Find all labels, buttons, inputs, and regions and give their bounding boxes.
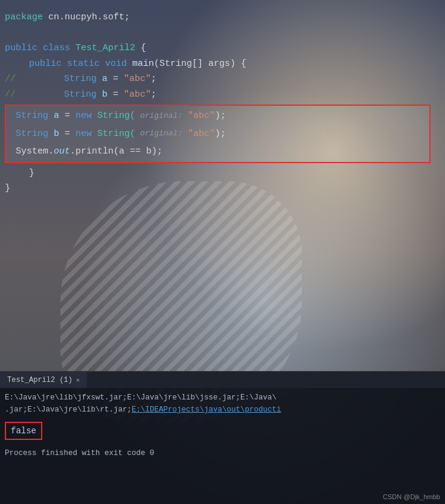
- box-str-a: "abc": [182, 108, 215, 124]
- box-var-a: a: [54, 108, 59, 124]
- box-hint-a: original:: [135, 109, 182, 123]
- eq-b: =: [107, 87, 124, 103]
- code-line-comment-b: // String b = "abc";: [5, 87, 440, 103]
- code-line-comment-a: // String a = "abc";: [5, 71, 440, 87]
- keyword-package: package: [5, 10, 48, 25]
- comment-slash-a: //: [5, 71, 16, 87]
- kw-string-a: String: [64, 71, 102, 87]
- str-abc-a: "abc": [124, 71, 151, 87]
- code-line-blank: [5, 25, 440, 41]
- inner-close-brace: }: [29, 166, 34, 181]
- code-line-class: public class Test_April2 {: [5, 40, 440, 56]
- kw-void: void: [105, 56, 132, 72]
- semi-b: ;: [151, 87, 156, 103]
- package-name: cn.nucpyh.soft;: [48, 10, 130, 25]
- box-eq-a: =: [59, 108, 75, 124]
- box-eq-b: =: [59, 126, 75, 142]
- box-kw-new-b: new: [75, 126, 97, 142]
- kw-string-b: String: [64, 87, 102, 103]
- box-kw-string-b: String: [16, 126, 54, 142]
- method-main: main: [132, 56, 154, 72]
- main-params: (String[] args) {: [154, 56, 246, 72]
- box-end-b: );: [215, 126, 226, 142]
- box-hint-b: original:: [135, 127, 182, 140]
- console-panel: Test_April2 (1) ✕ E:\Java\jre\lib\jfxswt…: [0, 371, 445, 504]
- var-a-commented: a: [102, 71, 107, 87]
- false-output-box: false: [5, 422, 42, 440]
- console-tab-bar: Test_April2 (1) ✕: [0, 371, 445, 388]
- eq-a: =: [107, 71, 124, 87]
- process-text: Process: [5, 449, 41, 457]
- kw-static: static: [67, 56, 105, 72]
- code-close-outer: }: [5, 181, 440, 196]
- process-rest: with exit code 0: [77, 449, 155, 457]
- kw-class: class: [43, 40, 75, 56]
- watermark: CSDN @Djk_hmbb: [383, 493, 440, 500]
- var-b-commented: b: [102, 87, 107, 103]
- box-var-b: b: [54, 126, 59, 142]
- highlighted-code-block: String a = new String( original: "abc");…: [5, 105, 431, 163]
- box-line-println: System.out.println(a == b);: [16, 144, 424, 160]
- path-text-2: .jar;E:\Java\jre\lib\rt.jar;: [5, 405, 132, 414]
- path-link[interactable]: E:\IDEAProjects\java\out\producti: [132, 405, 281, 414]
- outer-close-brace: }: [5, 181, 10, 196]
- tab-label: Test_April2 (1): [7, 376, 72, 384]
- console-path-line2: .jar;E:\Java\jre\lib\rt.jar;E:\IDEAProje…: [5, 404, 440, 416]
- finished-word: finished: [41, 449, 77, 457]
- box-class-a: String(: [97, 108, 135, 124]
- box-class-b: String(: [97, 126, 135, 142]
- open-brace: {: [135, 40, 146, 56]
- console-path-line1: E:\Java\jre\lib\jfxswt.jar;E:\Java\jre\l…: [5, 392, 440, 404]
- false-output-container: false: [5, 419, 440, 442]
- kw-public: public: [5, 40, 43, 56]
- box-str-b: "abc": [182, 126, 215, 142]
- code-line-1: package cn.nucpyh.soft;: [5, 10, 440, 25]
- box-line-b: String b = new String( original: "abc");: [16, 126, 424, 142]
- box-end-a: );: [215, 108, 226, 124]
- box-kw-new-a: new: [75, 108, 97, 124]
- console-tab[interactable]: Test_April2 (1) ✕: [0, 372, 87, 388]
- sys-system: System.: [16, 144, 54, 160]
- comment-slash-b: //: [5, 87, 16, 103]
- str-abc-b: "abc": [124, 87, 151, 103]
- code-close-inner: }: [5, 166, 440, 181]
- tab-close-button[interactable]: ✕: [76, 376, 80, 384]
- path-text-1: E:\Java\jre\lib\jfxswt.jar;E:\Java\jre\l…: [5, 393, 277, 402]
- code-editor: package cn.nucpyh.soft; public class Tes…: [0, 0, 445, 206]
- kw-public-2: public: [29, 56, 67, 72]
- class-name: Test_April2: [75, 40, 135, 56]
- code-line-main: public static void main(String[] args) {: [5, 56, 440, 72]
- sys-out: out: [54, 144, 70, 160]
- sys-println: .println(a == b);: [70, 144, 162, 160]
- semi-a: ;: [151, 71, 156, 87]
- console-output: E:\Java\jre\lib\jfxswt.jar;E:\Java\jre\l…: [0, 388, 445, 463]
- box-line-a: String a = new String( original: "abc");: [16, 108, 424, 124]
- box-kw-string-a: String: [16, 108, 54, 124]
- process-finished-line: Process finished with exit code 0: [5, 447, 440, 459]
